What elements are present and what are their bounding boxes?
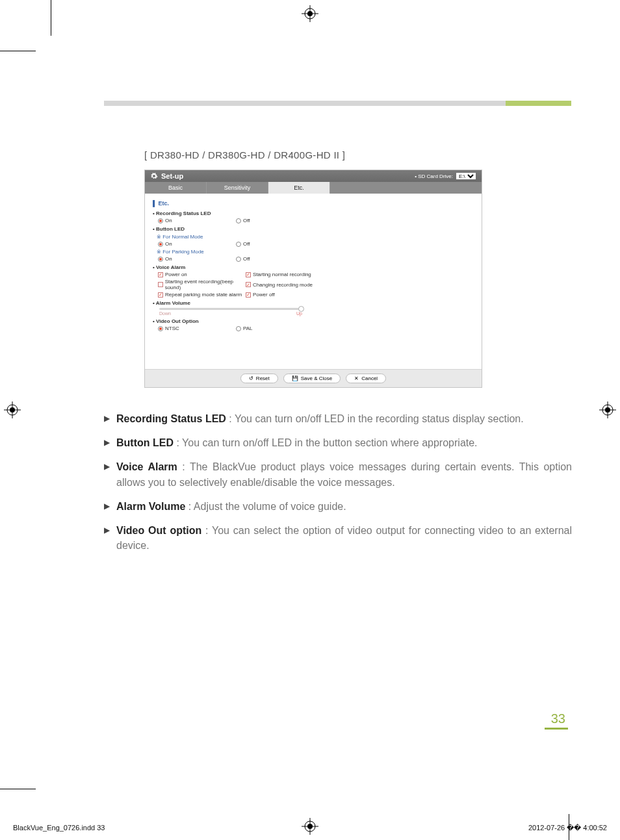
radio-btn-led-parking-on[interactable] xyxy=(158,257,163,262)
sd-card-drive-label: • SD Card Drive: xyxy=(415,173,453,179)
volume-slider[interactable] xyxy=(159,308,302,310)
cancel-button[interactable]: ✕Cancel xyxy=(346,374,386,383)
chk-power-on[interactable] xyxy=(158,272,163,277)
tab-sensitivity[interactable]: Sensitivity xyxy=(207,182,268,194)
description-list: ▶Recording Status LED : You can turn on/… xyxy=(104,411,572,553)
radio-btn-led-normal-on[interactable] xyxy=(158,242,163,247)
bullet-arrow-icon: ▶ xyxy=(104,523,110,553)
bullet-arrow-icon: ▶ xyxy=(104,411,110,426)
sd-drive-select[interactable]: E:\ xyxy=(456,172,476,180)
save-icon: 💾 xyxy=(292,375,298,381)
registration-mark-icon xyxy=(599,401,616,418)
window-title: Set-up xyxy=(161,172,183,180)
section-recording-status-led: Recording Status LED xyxy=(153,210,474,216)
radio-rec-led-off[interactable] xyxy=(236,218,241,223)
setup-window: Set-up • SD Card Drive: E:\ Basic Sensit… xyxy=(144,170,482,388)
save-close-button[interactable]: 💾Save & Close xyxy=(283,374,341,383)
footer-filename: BlackVue_Eng_0726.indd 33 xyxy=(13,824,105,832)
chk-start-event[interactable] xyxy=(158,282,163,287)
bullet-arrow-icon: ▶ xyxy=(104,499,110,514)
crop-mark xyxy=(0,51,36,51)
section-alarm-volume: Alarm Volume xyxy=(153,300,474,306)
chk-power-off[interactable] xyxy=(246,292,251,298)
bullet-arrow-icon: ▶ xyxy=(104,459,110,489)
list-item: ▶Recording Status LED : You can turn on/… xyxy=(104,411,572,426)
chk-repeat-park[interactable] xyxy=(158,292,163,298)
panel-title: Etc. xyxy=(153,200,474,207)
chk-start-normal[interactable] xyxy=(246,272,251,277)
radio-ntsc[interactable] xyxy=(158,326,163,331)
crop-mark xyxy=(0,789,36,789)
section-video-out: Video Out Option xyxy=(153,318,474,324)
print-footer: BlackVue_Eng_0726.indd 33 2012-07-26 �� … xyxy=(13,824,607,832)
registration-mark-icon xyxy=(302,5,318,22)
list-item: ▶Button LED : You can turn on/off LED in… xyxy=(104,435,572,450)
subhead-normal-mode: For Normal Mode xyxy=(153,234,474,240)
slider-label-up: Up xyxy=(296,311,302,316)
reset-button[interactable]: ↺Reset xyxy=(240,374,278,383)
section-button-led: Button LED xyxy=(153,226,474,232)
radio-btn-led-normal-off[interactable] xyxy=(236,242,241,247)
slider-label-down: Down xyxy=(159,311,171,316)
registration-mark-icon xyxy=(4,401,21,418)
undo-icon: ↺ xyxy=(249,375,253,381)
tab-etc[interactable]: Etc. xyxy=(268,182,330,194)
chk-change-mode[interactable] xyxy=(246,282,251,287)
radio-pal[interactable] xyxy=(236,326,241,331)
tab-basic[interactable]: Basic xyxy=(145,182,207,194)
close-icon: ✕ xyxy=(354,375,359,381)
slider-knob[interactable] xyxy=(298,306,304,312)
list-item: ▶Alarm Volume : Adjust the volume of voi… xyxy=(104,499,572,514)
subhead-parking-mode: For Parking Mode xyxy=(153,249,474,255)
radio-btn-led-parking-off[interactable] xyxy=(236,257,241,262)
header-color-bar xyxy=(104,101,571,106)
tabs: Basic Sensitivity Etc. xyxy=(145,182,482,194)
radio-rec-led-on[interactable] xyxy=(158,218,163,223)
window-titlebar: Set-up • SD Card Drive: E:\ xyxy=(145,170,482,182)
gear-icon xyxy=(150,172,158,180)
bullet-arrow-icon: ▶ xyxy=(104,435,110,450)
model-label: [ DR380-HD / DR380G-HD / DR400G-HD II ] xyxy=(144,149,572,160)
footer-datetime: 2012-07-26 �� 4:00:52 xyxy=(528,824,607,832)
list-item: ▶Video Out option : You can select the o… xyxy=(104,523,572,553)
page-number: 33 xyxy=(545,711,568,730)
section-voice-alarm: Voice Alarm xyxy=(153,264,474,270)
crop-mark xyxy=(51,0,51,36)
list-item: ▶Voice Alarm : The BlackVue product play… xyxy=(104,459,572,489)
